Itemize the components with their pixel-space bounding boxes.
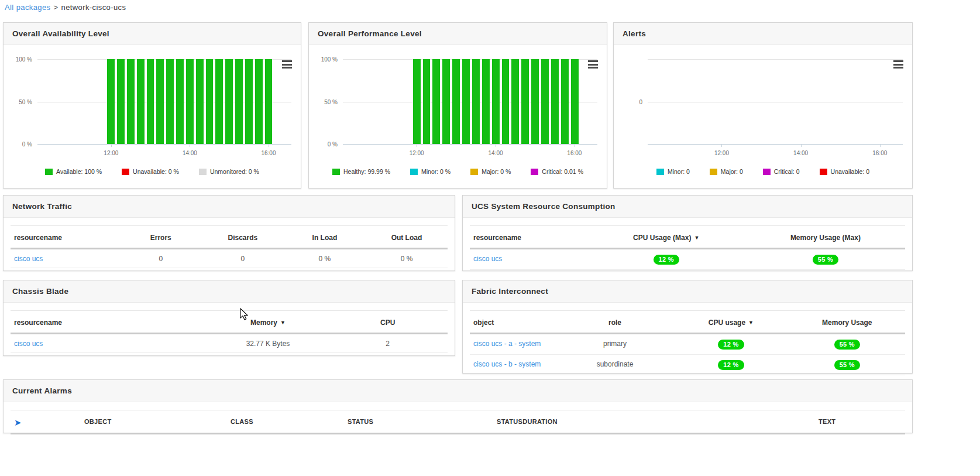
bar (462, 59, 470, 144)
bar (432, 59, 440, 144)
column-header[interactable]: OBJECT (81, 418, 227, 427)
table-cell: 12 % (587, 255, 746, 265)
column-header[interactable]: Memory Usage (Max) (746, 234, 905, 242)
chassis-blade-panel: Chassis Blade resourcenameMemory▼CPU cis… (3, 280, 455, 356)
resource-link[interactable]: cisco ucs (473, 255, 502, 263)
legend-label: Healthy: 99.99 % (343, 168, 390, 175)
legend-item[interactable]: Minor: 0 (656, 168, 690, 175)
column-header[interactable]: CPU Usage (Max)▼ (587, 234, 746, 242)
table-body: cisco ucs - a - systemprimary12 %55 %cis… (470, 334, 905, 375)
column-header[interactable]: Memory Usage (789, 319, 905, 327)
table-cell: cisco ucs (470, 255, 587, 265)
legend-item[interactable]: Healthy: 99.99 % (332, 168, 390, 175)
column-header[interactable]: TEXT (815, 418, 905, 427)
legend-item[interactable]: Critical: 0.01 % (531, 168, 583, 175)
legend-swatch-icon (470, 169, 478, 175)
table-cell: cisco ucs - a - system (470, 340, 557, 350)
legend-item[interactable]: Available: 100 % (45, 168, 102, 175)
bar (571, 59, 579, 144)
breadcrumb-all-packages-link[interactable]: All packages (5, 3, 51, 12)
legend-label: Unavailable: 0 (831, 168, 870, 175)
resource-link[interactable]: cisco ucs - a - system (473, 340, 541, 348)
bar (551, 59, 559, 144)
column-header[interactable]: object (470, 319, 557, 327)
legend-label: Unmonitored: 0 % (210, 168, 259, 175)
column-header[interactable]: CPU (328, 319, 448, 327)
y-axis-label: 100 % (16, 56, 32, 63)
column-header[interactable]: Out Load (366, 234, 448, 242)
legend-item[interactable]: Unmonitored: 0 % (199, 168, 259, 175)
legend-swatch-icon (820, 169, 827, 175)
column-header[interactable]: Errors (120, 234, 202, 242)
bar (541, 59, 549, 144)
bar (492, 59, 500, 144)
bar (225, 59, 233, 144)
column-header[interactable]: role (557, 319, 673, 327)
table-cell: cisco ucs (11, 255, 120, 263)
expand-rows-cell[interactable]: ➤ (11, 418, 81, 427)
fabric-interconnect-panel: Fabric Interconnect objectroleCPU usage▼… (462, 280, 913, 374)
column-header[interactable]: STATUS (344, 418, 493, 427)
resource-link[interactable]: cisco ucs (14, 340, 43, 348)
table-header-row: ➤OBJECTCLASSSTATUSSTATUSDURATIONTEXT (11, 410, 905, 434)
gridline (648, 102, 903, 102)
column-header[interactable]: resourcename (470, 234, 587, 242)
plot-area: 0 (648, 59, 903, 144)
bar (137, 59, 145, 144)
column-header[interactable]: In Load (284, 234, 366, 242)
bar (521, 59, 529, 144)
legend-item[interactable]: Unavailable: 0 % (122, 168, 179, 175)
column-header[interactable]: Memory▼ (208, 319, 328, 327)
x-axis-label: 16:00 (872, 150, 887, 156)
legend-label: Major: 0 % (482, 168, 511, 175)
table-body: cisco ucs32.77 K Bytes2 (11, 334, 448, 353)
bar (531, 59, 539, 144)
x-axis-label: 14:00 (183, 150, 197, 156)
panel-title: Network Traffic (4, 196, 455, 218)
bar (235, 59, 243, 144)
bar (265, 59, 273, 144)
gridline (343, 144, 597, 145)
table-header-row: resourcenameMemory▼CPU (11, 310, 448, 334)
column-header[interactable]: Discards (202, 234, 284, 242)
ucs-resource-consumption-panel: UCS System Resource Consumption resource… (462, 195, 913, 271)
table-cell: 12 % (673, 360, 789, 370)
bar (215, 59, 223, 144)
legend-label: Critical: 0 (774, 168, 800, 175)
breadcrumb: All packages>network-cisco-ucs (5, 3, 126, 12)
legend-item[interactable]: Critical: 0 (763, 168, 800, 175)
gridline (37, 144, 291, 145)
column-header[interactable]: resourcename (11, 319, 208, 327)
table-cell: primary (557, 340, 673, 350)
legend-item[interactable]: Minor: 0 % (410, 168, 451, 175)
legend-swatch-icon (763, 169, 771, 175)
current-alarms-panel: Current Alarms ➤OBJECTCLASSSTATUSSTATUSD… (3, 379, 913, 433)
gridline (648, 59, 903, 60)
legend-label: Major: 0 (721, 168, 743, 175)
column-header[interactable]: resourcename (11, 234, 120, 242)
bar (502, 59, 510, 144)
x-axis-label: 16:00 (261, 150, 276, 156)
column-header[interactable]: CLASS (227, 418, 344, 427)
table-row: cisco ucs000 %0 % (11, 249, 448, 268)
resource-link[interactable]: cisco ucs (14, 255, 43, 263)
legend-item[interactable]: Major: 0 (710, 168, 743, 175)
table-header-row: resourcenameCPU Usage (Max)▼Memory Usage… (470, 225, 905, 249)
bar (472, 59, 480, 144)
table-cell: 32.77 K Bytes (208, 340, 328, 348)
bar (107, 59, 115, 144)
alerts-panel: Alerts 0 12:0014:0016:00 Minor: 0Major: … (613, 22, 913, 189)
column-header[interactable]: STATUSDURATION (493, 418, 815, 427)
legend-item[interactable]: Major: 0 % (470, 168, 511, 175)
plot-area: 100 %50 %0 % (343, 59, 597, 144)
legend-item[interactable]: Unavailable: 0 (820, 168, 870, 175)
resource-link[interactable]: cisco ucs - b - system (473, 360, 541, 368)
table-cell: 0 % (366, 255, 448, 263)
column-header[interactable]: CPU usage▼ (673, 319, 789, 327)
bar (482, 59, 490, 144)
table-header-row: objectroleCPU usage▼Memory Usage (470, 310, 905, 334)
x-axis-label: 14:00 (488, 150, 503, 156)
expand-all-rows-icon[interactable]: ➤ (14, 417, 22, 427)
bar (147, 59, 154, 144)
chart-legend: Minor: 0Major: 0Critical: 0Unavailable: … (620, 168, 906, 175)
